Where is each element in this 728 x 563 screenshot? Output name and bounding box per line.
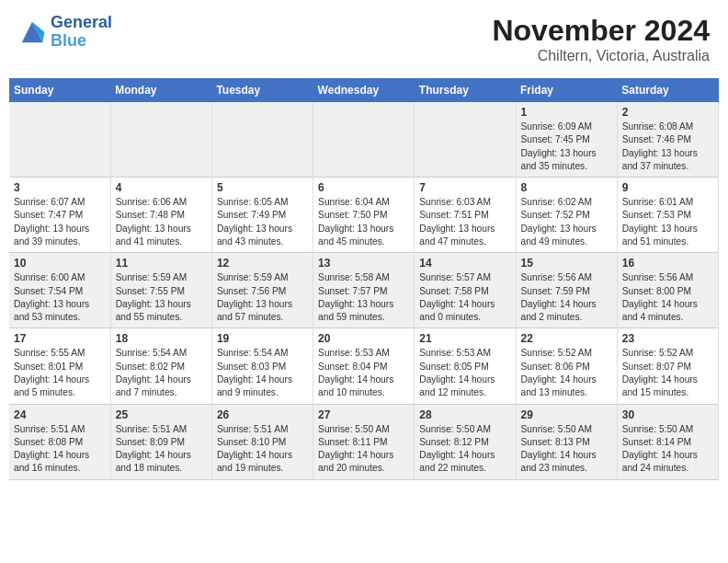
weekday-header: Monday — [110, 78, 211, 102]
calendar-week-row: 17Sunrise: 5:55 AM Sunset: 8:01 PM Dayli… — [9, 328, 719, 404]
calendar-cell: 17Sunrise: 5:55 AM Sunset: 8:01 PM Dayli… — [9, 328, 110, 404]
day-info: Sunrise: 6:01 AM Sunset: 7:53 PM Dayligh… — [622, 196, 713, 248]
calendar-cell: 11Sunrise: 5:59 AM Sunset: 7:55 PM Dayli… — [110, 253, 211, 328]
day-info: Sunrise: 5:56 AM Sunset: 8:00 PM Dayligh… — [622, 271, 713, 324]
weekday-header: Saturday — [617, 78, 718, 102]
day-info: Sunrise: 5:58 AM Sunset: 7:57 PM Dayligh… — [318, 271, 409, 324]
day-info: Sunrise: 5:52 AM Sunset: 8:06 PM Dayligh… — [521, 347, 612, 399]
calendar-cell: 10Sunrise: 6:00 AM Sunset: 7:54 PM Dayli… — [9, 253, 110, 328]
calendar-cell: 21Sunrise: 5:53 AM Sunset: 8:05 PM Dayli… — [415, 328, 516, 404]
day-info: Sunrise: 5:50 AM Sunset: 8:14 PM Dayligh… — [622, 423, 713, 476]
calendar-cell: 15Sunrise: 5:56 AM Sunset: 7:59 PM Dayli… — [516, 253, 617, 328]
weekday-header: Wednesday — [313, 78, 415, 102]
logo: General Blue — [18, 14, 112, 51]
day-info: Sunrise: 6:05 AM Sunset: 7:49 PM Dayligh… — [217, 196, 308, 248]
day-number: 4 — [116, 181, 207, 194]
day-info: Sunrise: 6:09 AM Sunset: 7:45 PM Dayligh… — [521, 121, 612, 173]
location-subtitle: Chiltern, Victoria, Australia — [492, 48, 710, 64]
day-info: Sunrise: 5:59 AM Sunset: 7:56 PM Dayligh… — [217, 271, 308, 324]
calendar-cell: 29Sunrise: 5:50 AM Sunset: 8:13 PM Dayli… — [516, 404, 617, 479]
day-info: Sunrise: 5:53 AM Sunset: 8:04 PM Dayligh… — [318, 347, 409, 399]
calendar-cell: 6Sunrise: 6:04 AM Sunset: 7:50 PM Daylig… — [313, 178, 415, 253]
day-info: Sunrise: 6:03 AM Sunset: 7:51 PM Dayligh… — [419, 196, 510, 248]
month-title: November 2024 — [492, 14, 710, 48]
day-info: Sunrise: 5:55 AM Sunset: 8:01 PM Dayligh… — [14, 347, 106, 399]
day-info: Sunrise: 5:53 AM Sunset: 8:05 PM Dayligh… — [419, 347, 510, 399]
calendar-week-row: 24Sunrise: 5:51 AM Sunset: 8:08 PM Dayli… — [9, 404, 719, 479]
calendar-cell — [415, 102, 516, 178]
day-number: 29 — [521, 408, 612, 421]
calendar-cell: 13Sunrise: 5:58 AM Sunset: 7:57 PM Dayli… — [313, 253, 415, 328]
calendar-cell — [110, 102, 211, 178]
day-number: 21 — [419, 332, 510, 345]
day-number: 8 — [521, 181, 612, 194]
calendar-cell: 3Sunrise: 6:07 AM Sunset: 7:47 PM Daylig… — [9, 178, 110, 253]
calendar-cell: 20Sunrise: 5:53 AM Sunset: 8:04 PM Dayli… — [313, 328, 415, 404]
calendar-cell: 9Sunrise: 6:01 AM Sunset: 7:53 PM Daylig… — [617, 178, 718, 253]
logo-line2: Blue — [51, 32, 112, 51]
calendar-cell: 30Sunrise: 5:50 AM Sunset: 8:14 PM Dayli… — [617, 404, 718, 479]
calendar-week-row: 10Sunrise: 6:00 AM Sunset: 7:54 PM Dayli… — [9, 253, 719, 328]
calendar-cell — [211, 102, 313, 178]
day-number: 1 — [521, 106, 612, 119]
calendar-cell: 2Sunrise: 6:08 AM Sunset: 7:46 PM Daylig… — [617, 102, 718, 178]
calendar-week-row: 3Sunrise: 6:07 AM Sunset: 7:47 PM Daylig… — [9, 178, 719, 253]
calendar-cell: 22Sunrise: 5:52 AM Sunset: 8:06 PM Dayli… — [516, 328, 617, 404]
day-info: Sunrise: 5:51 AM Sunset: 8:09 PM Dayligh… — [116, 423, 207, 476]
day-info: Sunrise: 5:51 AM Sunset: 8:10 PM Dayligh… — [217, 423, 308, 476]
calendar-cell: 26Sunrise: 5:51 AM Sunset: 8:10 PM Dayli… — [211, 404, 313, 479]
calendar-cell: 27Sunrise: 5:50 AM Sunset: 8:11 PM Dayli… — [313, 404, 415, 479]
day-number: 11 — [116, 257, 207, 270]
day-number: 14 — [419, 257, 510, 270]
day-info: Sunrise: 6:04 AM Sunset: 7:50 PM Dayligh… — [318, 196, 409, 248]
day-number: 12 — [217, 257, 308, 270]
day-number: 28 — [419, 408, 510, 421]
calendar-cell — [9, 102, 110, 178]
calendar-header: SundayMondayTuesdayWednesdayThursdayFrid… — [9, 78, 719, 102]
calendar-cell: 16Sunrise: 5:56 AM Sunset: 8:00 PM Dayli… — [617, 253, 718, 328]
calendar-cell: 5Sunrise: 6:05 AM Sunset: 7:49 PM Daylig… — [211, 178, 313, 253]
weekday-header: Thursday — [415, 78, 516, 102]
weekday-header: Sunday — [9, 78, 110, 102]
calendar-cell: 23Sunrise: 5:52 AM Sunset: 8:07 PM Dayli… — [617, 328, 718, 404]
logo-line1: General — [51, 14, 112, 32]
day-info: Sunrise: 5:54 AM Sunset: 8:02 PM Dayligh… — [116, 347, 207, 399]
day-info: Sunrise: 5:50 AM Sunset: 8:11 PM Dayligh… — [318, 423, 409, 476]
day-info: Sunrise: 5:57 AM Sunset: 7:58 PM Dayligh… — [419, 271, 510, 324]
day-number: 22 — [521, 332, 612, 345]
day-info: Sunrise: 5:54 AM Sunset: 8:03 PM Dayligh… — [217, 347, 308, 399]
day-info: Sunrise: 5:51 AM Sunset: 8:08 PM Dayligh… — [14, 423, 106, 476]
day-info: Sunrise: 6:02 AM Sunset: 7:52 PM Dayligh… — [521, 196, 612, 248]
day-number: 23 — [622, 332, 713, 345]
day-number: 3 — [14, 181, 106, 194]
day-number: 26 — [217, 408, 308, 421]
day-number: 18 — [116, 332, 207, 345]
day-info: Sunrise: 5:50 AM Sunset: 8:12 PM Dayligh… — [419, 423, 510, 476]
calendar-cell: 4Sunrise: 6:06 AM Sunset: 7:48 PM Daylig… — [110, 178, 211, 253]
weekday-header: Friday — [516, 78, 617, 102]
calendar-cell: 25Sunrise: 5:51 AM Sunset: 8:09 PM Dayli… — [110, 404, 211, 479]
calendar-cell: 24Sunrise: 5:51 AM Sunset: 8:08 PM Dayli… — [9, 404, 110, 479]
calendar-cell: 14Sunrise: 5:57 AM Sunset: 7:58 PM Dayli… — [415, 253, 516, 328]
day-number: 7 — [419, 181, 510, 194]
day-number: 15 — [521, 257, 612, 270]
day-number: 6 — [318, 181, 409, 194]
day-number: 27 — [318, 408, 409, 421]
day-info: Sunrise: 6:06 AM Sunset: 7:48 PM Dayligh… — [116, 196, 207, 248]
day-number: 17 — [14, 332, 106, 345]
day-number: 20 — [318, 332, 409, 345]
calendar-cell: 28Sunrise: 5:50 AM Sunset: 8:12 PM Dayli… — [415, 404, 516, 479]
day-number: 16 — [622, 257, 713, 270]
calendar-week-row: 1Sunrise: 6:09 AM Sunset: 7:45 PM Daylig… — [9, 102, 719, 178]
day-number: 19 — [217, 332, 308, 345]
logo-icon — [18, 18, 46, 46]
calendar-cell — [313, 102, 415, 178]
calendar-cell: 18Sunrise: 5:54 AM Sunset: 8:02 PM Dayli… — [110, 328, 211, 404]
day-info: Sunrise: 5:50 AM Sunset: 8:13 PM Dayligh… — [521, 423, 612, 476]
day-number: 24 — [14, 408, 106, 421]
logo-text: General Blue — [51, 14, 112, 51]
calendar-cell: 7Sunrise: 6:03 AM Sunset: 7:51 PM Daylig… — [415, 178, 516, 253]
calendar-cell: 1Sunrise: 6:09 AM Sunset: 7:45 PM Daylig… — [516, 102, 617, 178]
weekday-header: Tuesday — [211, 78, 313, 102]
calendar-table: SundayMondayTuesdayWednesdayThursdayFrid… — [9, 78, 719, 480]
